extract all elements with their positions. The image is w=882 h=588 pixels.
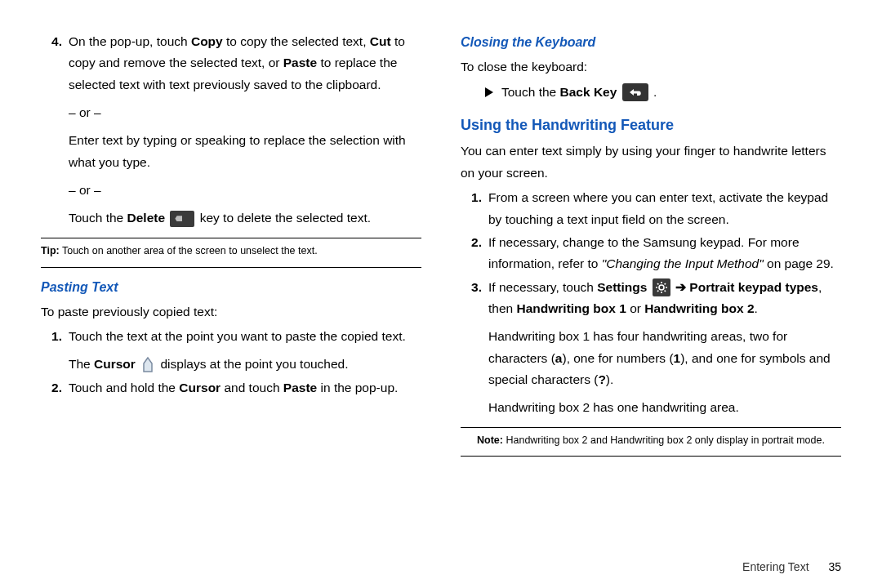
portrait-types-label: Portrait keypad types (686, 280, 818, 294)
pasting-intro: To paste previously copied text: (41, 301, 421, 323)
text: Touch the (69, 211, 127, 225)
text: ), one for numbers ( (562, 351, 673, 365)
text: or (626, 301, 644, 315)
hw-box2-desc: Handwriting box 2 has one handwriting ar… (488, 397, 841, 418)
delete-instruction: Touch the Delete key to delete the selec… (69, 207, 421, 229)
hw-step-1: 1. From a screen where you can enter tex… (461, 187, 841, 230)
svg-line-8 (664, 283, 665, 284)
svg-point-0 (659, 285, 664, 290)
text: key to delete the selected text. (200, 211, 371, 225)
cursor-label: Cursor (179, 381, 220, 394)
hw-box1-desc: Handwriting box 1 has four handwriting a… (488, 326, 841, 390)
cut-label: Cut (370, 34, 391, 48)
text: to copy the selected text, (223, 34, 370, 48)
text: From a screen where you can enter text, … (488, 187, 841, 230)
delete-key-icon (170, 211, 194, 227)
page-footer: Entering Text 35 (742, 560, 841, 573)
text: ). (606, 372, 613, 386)
text: in the pop-up. (317, 381, 398, 394)
text: . (650, 85, 657, 99)
text: Touch and hold the (69, 381, 179, 394)
hw-box1-label: Handwriting box 1 (516, 301, 626, 315)
text: If necessary, touch (488, 280, 597, 294)
back-key-label: Back Key (560, 85, 617, 99)
handwriting-heading: Using the Handwriting Feature (461, 113, 841, 138)
svg-line-6 (664, 291, 665, 292)
tip: Tip: Touch on another area of the screen… (41, 243, 421, 259)
svg-line-7 (657, 291, 658, 292)
pasting-step-1: 1. Touch the text at the point you want … (41, 326, 421, 376)
separator (461, 427, 841, 428)
pasting-steps: 1. Touch the text at the point you want … (41, 326, 421, 399)
note-label: Note: (477, 434, 503, 446)
hw-step-2: 2. If necessary, change to the Samsung k… (461, 232, 841, 275)
text: Touch the (501, 85, 560, 99)
delete-label: Delete (127, 211, 166, 225)
cursor-label: Cursor (94, 357, 136, 371)
pasting-text-heading: Pasting Text (41, 276, 421, 298)
paste-label: Paste (283, 381, 317, 394)
pasting-step-2: 2. Touch and hold the Cursor and touch P… (41, 377, 421, 399)
right-column: Closing the Keyboard To close the keyboa… (461, 31, 841, 573)
char-1: 1 (674, 351, 681, 365)
or-divider: – or – (69, 180, 421, 201)
text: Touch the text at the point you want to … (69, 326, 421, 347)
step-number: 1. (461, 187, 488, 230)
hw-box2-label: Handwriting box 2 (644, 301, 754, 315)
arrow: ➔ (675, 280, 686, 294)
note-text: Handwriting box 2 and Handwriting box 2 … (503, 434, 825, 446)
separator (461, 456, 841, 457)
svg-line-5 (657, 283, 658, 284)
char-q: ? (598, 372, 605, 386)
paste-label: Paste (283, 56, 317, 69)
triangle-bullet-icon (485, 87, 493, 97)
step-number: 2. (461, 232, 488, 275)
step-number: 4. (41, 31, 69, 229)
settings-icon (653, 278, 670, 296)
closing-keyboard-heading: Closing the Keyboard (461, 31, 841, 53)
page-number: 35 (828, 560, 841, 573)
step-4-body: On the pop-up, touch Copy to copy the se… (69, 31, 421, 229)
text: On the pop-up, touch (69, 34, 191, 48)
text: The (69, 357, 94, 371)
text: on page 29. (764, 256, 834, 270)
separator (41, 238, 421, 238)
separator (41, 267, 421, 268)
step-number: 3. (461, 277, 488, 419)
closing-intro: To close the keyboard: (461, 56, 841, 78)
settings-label: Settings (597, 280, 647, 294)
copy-label: Copy (191, 34, 223, 48)
back-key-icon (622, 83, 648, 101)
text: displays at the point you touched. (160, 357, 348, 371)
back-key-instruction: Touch the Back Key . (461, 82, 841, 103)
step-4: 4. On the pop-up, touch Copy to copy the… (41, 31, 421, 229)
section-name: Entering Text (742, 560, 808, 573)
step-number: 1. (41, 326, 69, 376)
text: . (755, 301, 758, 315)
left-column: 4. On the pop-up, touch Copy to copy the… (41, 31, 421, 573)
or-divider: – or – (69, 102, 421, 123)
step-number: 2. (41, 377, 69, 399)
cursor-icon (140, 356, 155, 374)
handwriting-intro: You can enter text simply by using your … (461, 140, 841, 184)
note: Note: Handwriting box 2 and Handwriting … (461, 433, 841, 448)
hw-step-3: 3. If necessary, touch Settings ➔ Portra… (461, 277, 841, 419)
text: and touch (220, 381, 283, 394)
settings-line: If necessary, touch Settings ➔ Portrait … (488, 277, 841, 320)
tip-label: Tip: (41, 245, 60, 256)
text: Enter text by typing or speaking to repl… (69, 130, 421, 173)
ref-title: "Changing the Input Method" (602, 256, 764, 270)
cursor-line: The Cursor displays at the point you tou… (69, 354, 421, 375)
tip-text: Touch on another area of the screen to u… (60, 245, 318, 256)
